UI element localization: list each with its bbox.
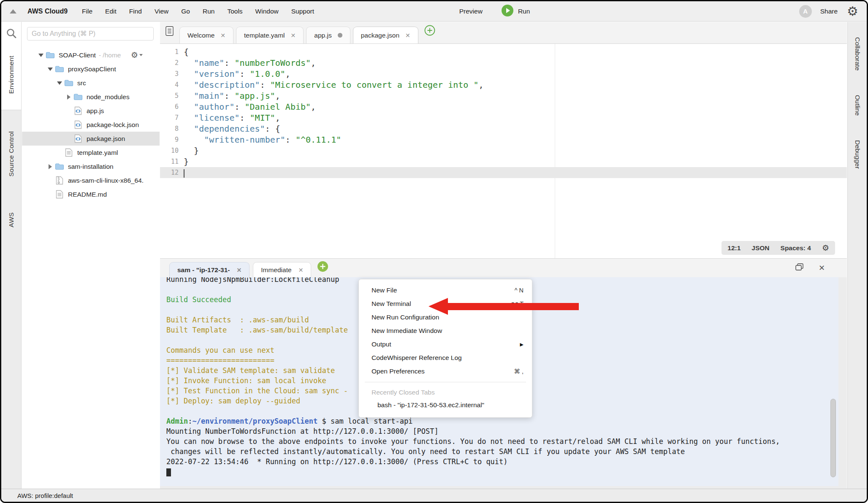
tree-item-readme-md[interactable]: README.md — [22, 187, 160, 201]
caret-down-icon[interactable] — [46, 68, 54, 71]
doc-icon — [54, 190, 65, 199]
file-tree-panel: SOAP-Client- /home⚙proxySoapClientsrcnod… — [22, 22, 160, 489]
tree-item-template-yaml[interactable]: template.yaml — [22, 146, 160, 160]
caret-right-icon[interactable] — [46, 164, 54, 169]
tab-label: sam - "ip-172-31- — [177, 266, 230, 274]
indent-setting[interactable]: Spaces: 4 — [781, 244, 811, 252]
terminal-tab-sam-ip-172-31-[interactable]: sam - "ip-172-31-✕ — [169, 262, 250, 277]
menu-item-new-file[interactable]: New File^ N — [359, 284, 532, 297]
editor-tab-app-js[interactable]: app.js — [306, 27, 350, 43]
menu-support[interactable]: Support — [291, 8, 314, 15]
close-panel-icon[interactable]: ✕ — [819, 263, 825, 273]
share-button[interactable]: Share — [820, 8, 838, 15]
terminal-line: changes will be reflected instantly/auto… — [166, 446, 838, 457]
terminal-tab-immediate[interactable]: Immediate✕ — [253, 262, 311, 277]
submenu-arrow-icon: ▶ — [520, 342, 524, 347]
menu-run[interactable]: Run — [203, 8, 214, 15]
terminal-scrollbar[interactable] — [830, 399, 836, 477]
text-cursor — [184, 169, 184, 178]
menu-edit[interactable]: Edit — [105, 8, 117, 15]
terminal-line: You can now browse to the above endpoint… — [166, 436, 838, 446]
caret-down-icon[interactable] — [37, 54, 45, 57]
syntax-mode[interactable]: JSON — [751, 244, 769, 252]
line-number: 11 — [160, 156, 184, 167]
new-terminal-tab-icon[interactable] — [317, 261, 328, 274]
sidebar-tab-source-control[interactable]: Source Control — [8, 127, 15, 181]
close-tab-icon[interactable]: ✕ — [298, 267, 304, 273]
preferences-gear-icon[interactable]: ⚙ — [847, 5, 858, 18]
sidebar-tab-outline[interactable]: Outline — [854, 95, 861, 116]
restore-panel-icon[interactable] — [795, 263, 804, 273]
menu-item-label: New File — [372, 287, 397, 294]
collapse-menubar-icon[interactable] — [10, 9, 16, 14]
code-text — [184, 167, 184, 178]
new-tab-icon[interactable] — [424, 25, 435, 38]
caret-right-icon[interactable] — [65, 95, 73, 100]
editor-tab-welcome[interactable]: Welcome✕ — [179, 27, 233, 43]
menu-item-codewhisperer-reference-log[interactable]: CodeWhisperer Reference Log — [359, 351, 532, 365]
line-number: 5 — [160, 90, 184, 101]
code-text: "name": "numberToWords", — [184, 57, 316, 68]
app-title: AWS Cloud9 — [27, 8, 68, 15]
terminal-tab-bar: sam - "ip-172-31-✕Immediate✕ ✕ — [160, 259, 847, 277]
caret-down-icon[interactable] — [56, 81, 63, 85]
cloud9-window: AWS Cloud9 FileEditFindViewGoRunToolsWin… — [0, 0, 868, 503]
tab-label: Immediate — [261, 266, 291, 274]
tree-item-sam-installation[interactable]: sam-installation — [22, 160, 160, 173]
menu-window[interactable]: Window — [255, 8, 279, 15]
menu-item-new-immediate-window[interactable]: New Immediate Window — [359, 324, 532, 338]
editor-tab-template-yaml[interactable]: template.yaml✕ — [236, 27, 304, 43]
editor-settings-gear-icon[interactable]: ⚙ — [822, 243, 829, 253]
tree-item-package-lock-json[interactable]: package-lock.json — [22, 118, 160, 132]
code-editor[interactable]: 1{2 "name": "numberToWords",3 "version":… — [160, 44, 847, 258]
menu-go[interactable]: Go — [181, 8, 190, 15]
line-number: 8 — [160, 123, 184, 134]
code-line: 8 "dependencies": { — [160, 123, 847, 134]
search-icon[interactable] — [6, 28, 17, 41]
cursor-position: 12:1 — [727, 244, 741, 252]
avatar[interactable]: A — [799, 5, 812, 18]
recently-closed-item[interactable]: bash - "ip-172-31-50-53.ec2.internal" — [359, 399, 532, 411]
sidebar-tab-environment[interactable]: Environment — [8, 51, 15, 98]
tree-item-path: - /home — [99, 51, 121, 59]
tree-item-src[interactable]: src — [22, 76, 160, 90]
sidebar-tab-collaborate[interactable]: Collaborate — [854, 37, 861, 70]
close-tab-icon[interactable]: ✕ — [405, 32, 410, 38]
close-tab-icon[interactable]: ✕ — [237, 267, 242, 273]
menu-items: FileEditFindViewGoRunToolsWindowSupport — [82, 8, 327, 15]
aws-profile-status: AWS: profile:default — [17, 492, 73, 499]
menu-item-open-preferences[interactable]: Open Preferences⌘ , — [359, 365, 532, 378]
menu-item-output[interactable]: Output▶ — [359, 338, 532, 351]
zip-icon — [54, 176, 65, 185]
terminal-line: 2022-07-22 13:54:46 * Running on http://… — [166, 457, 838, 467]
left-rail: Environment Source Control AWS — [1, 22, 22, 489]
tree-item-node-modules[interactable]: node_modules — [22, 90, 160, 104]
line-number: 7 — [160, 112, 184, 123]
sidebar-tab-debugger[interactable]: Debugger — [854, 140, 861, 169]
code-line: 1{ — [160, 46, 847, 57]
tree-item-soap-client[interactable]: SOAP-Client- /home⚙ — [22, 48, 160, 62]
tree-item-proxysoapclient[interactable]: proxySoapClient — [22, 62, 160, 76]
tree-settings-gear-icon[interactable]: ⚙ — [131, 50, 143, 60]
close-tab-icon[interactable]: ✕ — [291, 32, 296, 38]
menu-find[interactable]: Find — [129, 8, 142, 15]
menu-view[interactable]: View — [155, 8, 168, 15]
tab-list-icon[interactable] — [165, 26, 175, 38]
line-number: 1 — [160, 46, 184, 57]
tab-label: app.js — [314, 32, 331, 39]
tree-item-package-json[interactable]: package.json — [22, 132, 160, 146]
code-line: 10 } — [160, 145, 847, 156]
tree-item-aws-sam-cli-linux-x86-64-[interactable]: aws-sam-cli-linux-x86_64. — [22, 173, 160, 187]
sidebar-tab-aws[interactable]: AWS — [8, 208, 15, 232]
menu-file[interactable]: File — [82, 8, 92, 15]
tree-item-app-js[interactable]: app.js — [22, 104, 160, 118]
left-rail-lower: Source Control AWS — [1, 110, 21, 489]
editor-tab-package-json[interactable]: package.json✕ — [353, 27, 418, 43]
menu-tools[interactable]: Tools — [227, 8, 242, 15]
preview-button[interactable]: Preview — [459, 8, 483, 15]
code-text: "author": "Daniel Abib", — [184, 101, 316, 112]
run-button[interactable]: Run — [501, 4, 530, 19]
goto-anything-input[interactable] — [27, 27, 154, 41]
close-tab-icon[interactable]: ✕ — [220, 32, 225, 38]
tree-item-label: aws-sam-cli-linux-x86_64. — [68, 177, 144, 184]
